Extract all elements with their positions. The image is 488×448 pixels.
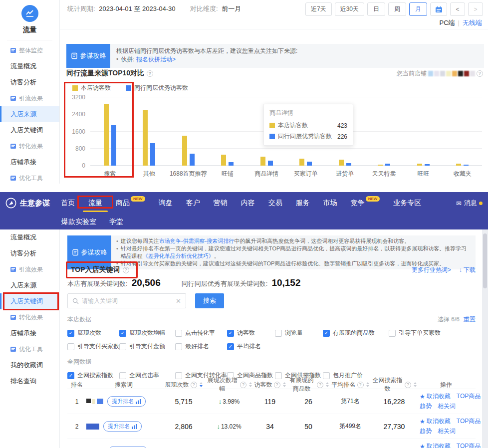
top-sidebar-item-7[interactable]: 店铺承接 bbox=[0, 154, 59, 170]
reset-link[interactable]: 重置 bbox=[464, 316, 476, 323]
nav-item-6[interactable]: 内容 bbox=[241, 192, 255, 214]
col-header-label-5[interactable]: 有展现的商品数 bbox=[288, 376, 315, 393]
related-words-link[interactable]: 相关词 bbox=[438, 427, 456, 436]
info-icon[interactable]: ? bbox=[477, 70, 483, 77]
favorite-toggle[interactable]: ★取消收藏 bbox=[420, 442, 451, 448]
info-icon[interactable]: ? bbox=[191, 382, 197, 388]
col-header-label-2[interactable]: 展现次数 bbox=[165, 381, 189, 389]
trend-link[interactable]: 趋势 bbox=[420, 402, 432, 411]
info-icon[interactable]: ? bbox=[147, 70, 153, 77]
checkbox[interactable] bbox=[389, 330, 396, 337]
favorite-toggle[interactable]: ★取消收藏 bbox=[420, 392, 451, 401]
boost-rank-badge[interactable]: 提升排名 bbox=[109, 446, 147, 448]
advice-link-1[interactable]: 《差异化单品分析优化技巧》 bbox=[143, 253, 214, 259]
favorite-toggle[interactable]: ★取消收藏 bbox=[420, 417, 451, 426]
messages-button[interactable]: ✉ 消息 bbox=[456, 199, 477, 208]
scrollbar-thumb[interactable] bbox=[483, 233, 487, 288]
nav-item-2[interactable]: 商品NEW bbox=[116, 192, 145, 214]
shop-metric-b-1[interactable]: 引导支付金额 bbox=[119, 342, 175, 351]
device-pc[interactable]: PC端 bbox=[440, 19, 455, 26]
sort-arrows[interactable] bbox=[283, 382, 286, 387]
top-sidebar-item-5[interactable]: 入店关键词 bbox=[0, 122, 59, 138]
traffic-module-icon[interactable] bbox=[21, 5, 38, 22]
trend-link[interactable]: 趋势 bbox=[420, 427, 432, 436]
shop-metric-2[interactable]: 点击转化率 bbox=[175, 329, 227, 337]
nav-item-9[interactable]: 市场 bbox=[323, 192, 337, 214]
col-header-label-4[interactable]: 访客数 bbox=[254, 381, 272, 389]
sidebar-item-0[interactable]: 流量概况 bbox=[0, 229, 59, 245]
checkbox[interactable] bbox=[119, 343, 126, 350]
nav-item-5[interactable]: 营销 bbox=[214, 192, 228, 214]
col-header-label-3[interactable]: 展现次数增幅 bbox=[206, 376, 239, 393]
checkbox[interactable]: ✓ bbox=[323, 330, 330, 337]
nav-item-0[interactable]: 首页 bbox=[61, 192, 75, 214]
info-icon[interactable]: ? bbox=[274, 382, 280, 388]
checkbox[interactable] bbox=[175, 343, 182, 350]
nav-item-10[interactable]: 竞争NEW bbox=[351, 192, 380, 214]
nav-item-8[interactable]: 服务 bbox=[296, 192, 310, 214]
signup-activity-link[interactable]: 报名伙拼活动> bbox=[136, 56, 176, 63]
checkbox[interactable]: ✓ bbox=[227, 343, 234, 350]
shop-metric-b-3[interactable]: ✓平均排名 bbox=[227, 342, 275, 351]
sidebar-item-3[interactable]: 入店来源 bbox=[0, 277, 59, 293]
top-products-link[interactable]: TOP商品 bbox=[457, 442, 481, 448]
nav-secondary-item-1[interactable]: 学堂 bbox=[109, 218, 123, 226]
range-button-1[interactable]: 近30天 bbox=[335, 2, 364, 16]
shop-metric-b-0[interactable]: 引导支付买家数 bbox=[67, 342, 119, 351]
checkbox[interactable]: ✓ bbox=[67, 330, 74, 337]
info-icon[interactable]: ? bbox=[405, 382, 411, 388]
top-sidebar-item-1[interactable]: 流量概况 bbox=[0, 58, 59, 74]
related-words-link[interactable]: 相关词 bbox=[438, 402, 456, 411]
boost-rank-badge[interactable]: 提升排名 bbox=[103, 421, 142, 432]
top-sidebar-item-4[interactable]: 入店来源 bbox=[0, 106, 59, 122]
col-header-label-6[interactable]: 平均排名 bbox=[332, 381, 356, 389]
nav-item-4[interactable]: 客户 bbox=[186, 192, 200, 214]
nav-item-11[interactable]: 业务专区 bbox=[393, 192, 421, 214]
sidebar-item-9[interactable]: 排名查询 bbox=[0, 373, 59, 389]
scrollbar-track[interactable] bbox=[482, 229, 488, 448]
checkbox[interactable] bbox=[275, 330, 282, 337]
nav-item-1[interactable]: 流量 bbox=[88, 192, 102, 214]
keyword-search-input[interactable] bbox=[82, 297, 173, 304]
top-sidebar-item-2[interactable]: 访客分析 bbox=[0, 74, 59, 90]
shop-metric-6[interactable]: 引导下单买家数 bbox=[389, 329, 476, 337]
info-icon[interactable]: ? bbox=[123, 267, 129, 273]
top-sidebar-item-0[interactable]: 整体监控 bbox=[0, 42, 59, 58]
calendar-button[interactable] bbox=[430, 2, 447, 16]
nav-item-7[interactable]: 交易 bbox=[268, 192, 282, 214]
prev-period-button[interactable]: < bbox=[450, 2, 465, 16]
boost-rank-badge[interactable]: 提升排名 bbox=[107, 396, 146, 407]
info-icon[interactable]: ? bbox=[357, 382, 364, 388]
device-wireless[interactable]: 无线端 bbox=[463, 19, 482, 26]
sort-arrows[interactable] bbox=[200, 382, 203, 387]
top-products-link[interactable]: TOP商品 bbox=[457, 417, 481, 426]
range-button-3[interactable]: 周 bbox=[388, 2, 406, 16]
sidebar-item-1[interactable]: 访客分析 bbox=[0, 245, 59, 261]
sidebar-item-6[interactable]: 店铺承接 bbox=[0, 325, 59, 341]
advice-link-0[interactable]: 市场竞争-供需洞察-搜索词排行 bbox=[159, 238, 234, 244]
nav-item-3[interactable]: 询盘 bbox=[159, 192, 173, 214]
shop-metric-4[interactable]: 浏览量 bbox=[275, 329, 323, 337]
sidebar-item-4[interactable]: 入店关键词 bbox=[0, 293, 59, 309]
search-button[interactable]: 搜索 bbox=[195, 293, 224, 308]
checkbox[interactable]: ✓ bbox=[119, 330, 126, 337]
range-button-4[interactable]: 月 bbox=[409, 2, 427, 16]
col-header-label-7[interactable]: 全网搜索指数 bbox=[372, 376, 403, 393]
top-products-link[interactable]: TOP商品 bbox=[457, 392, 481, 401]
download-link[interactable]: ↓下载 bbox=[459, 266, 476, 274]
checkbox[interactable] bbox=[175, 330, 182, 337]
sidebar-item-8[interactable]: 我的收藏词 bbox=[0, 357, 59, 373]
app-logo[interactable]: 生意参谋 bbox=[5, 197, 61, 209]
more-hot-words-link[interactable]: 更多行业热词> bbox=[412, 266, 451, 274]
top-sidebar-item-6[interactable]: 转化效果 bbox=[0, 138, 59, 154]
checkbox[interactable] bbox=[67, 343, 74, 350]
info-icon[interactable]: ? bbox=[317, 382, 323, 388]
shop-metric-1[interactable]: ✓展现次数增幅 bbox=[119, 329, 175, 337]
top-sidebar-item-8[interactable]: 优化工具 bbox=[0, 170, 59, 184]
shop-metric-0[interactable]: ✓展现次数 bbox=[67, 329, 119, 337]
sort-arrows[interactable] bbox=[366, 382, 369, 387]
shop-metric-5[interactable]: ✓有展现的商品数 bbox=[323, 329, 389, 337]
nav-secondary-item-0[interactable]: 爆款实验室 bbox=[61, 218, 96, 226]
sidebar-item-7[interactable]: 优化工具 bbox=[0, 341, 59, 357]
checkbox[interactable]: ✓ bbox=[227, 330, 234, 337]
